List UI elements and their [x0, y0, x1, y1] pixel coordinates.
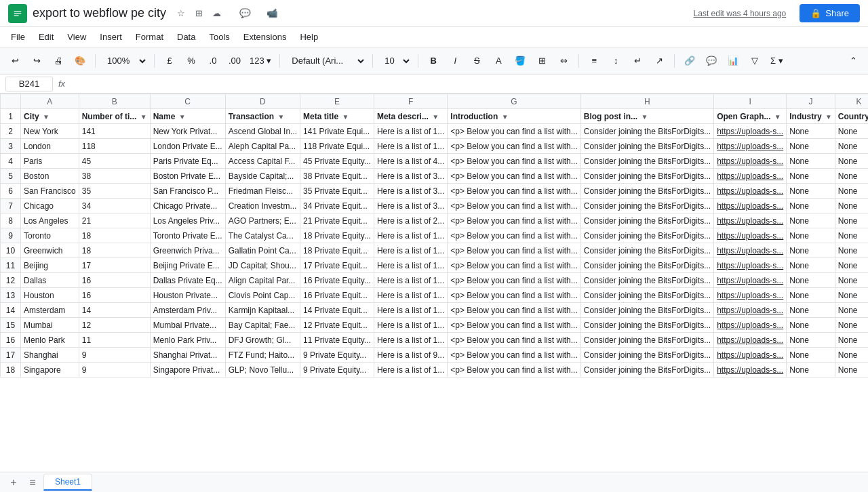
cell-3-7[interactable]: Consider joining the BitsForDigits...	[580, 139, 713, 154]
cell-10-5[interactable]: Here is a list of 1...	[374, 243, 447, 258]
cell-17-8[interactable]: https://uploads-s...	[714, 348, 787, 363]
cell-10-10[interactable]: None	[835, 243, 868, 258]
cell-16-9[interactable]: None	[787, 333, 835, 348]
cell-b1[interactable]: Number of ti... ▼	[79, 109, 150, 124]
cell-5-9[interactable]: None	[787, 169, 835, 184]
cell-16-4[interactable]: 11 Private Equity...	[300, 333, 374, 348]
cell-2-10[interactable]: None	[835, 124, 868, 139]
cell-3-5[interactable]: Here is a list of 1...	[374, 139, 447, 154]
cell-10-7[interactable]: Consider joining the BitsForDigits...	[580, 243, 713, 258]
bold-button[interactable]: B	[424, 52, 443, 70]
cell-16-6[interactable]: <p> Below you can find a list with...	[448, 333, 580, 348]
meet-button[interactable]: 📹	[261, 3, 283, 24]
cell-6-1[interactable]: 35	[79, 184, 150, 199]
cell-11-10[interactable]: None	[835, 258, 868, 273]
cell-5-2[interactable]: Boston Private E...	[150, 169, 225, 184]
col-header-d[interactable]: D	[225, 94, 300, 109]
cell-15-2[interactable]: Mumbai Private...	[150, 318, 225, 333]
cell-13-4[interactable]: 16 Private Equit...	[300, 288, 374, 303]
cell-16-1[interactable]: 11	[79, 333, 150, 348]
cell-15-3[interactable]: Bay Capital; Fae...	[225, 318, 300, 333]
cell-18-10[interactable]: None	[835, 363, 868, 377]
cell-4-7[interactable]: Consider joining the BitsForDigits...	[580, 154, 713, 169]
cell-16-7[interactable]: Consider joining the BitsForDigits...	[580, 333, 713, 348]
cell-18-3[interactable]: GLP; Novo Tellu...	[225, 363, 300, 377]
cell-4-10[interactable]: None	[835, 154, 868, 169]
cell-8-9[interactable]: None	[787, 213, 835, 228]
chat-button[interactable]: 💬	[234, 3, 256, 24]
cell-9-10[interactable]: None	[835, 228, 868, 243]
cell-13-1[interactable]: 16	[79, 288, 150, 303]
cell-4-6[interactable]: <p> Below you can find a list with...	[448, 154, 580, 169]
cell-18-6[interactable]: <p> Below you can find a list with...	[448, 363, 580, 377]
cell-17-3[interactable]: FTZ Fund; Haito...	[225, 348, 300, 363]
cell-h1[interactable]: Blog post in... ▼	[580, 109, 713, 124]
cell-12-4[interactable]: 16 Private Equity...	[300, 273, 374, 288]
menu-edit[interactable]: Edit	[33, 29, 59, 45]
collapse-toolbar-button[interactable]: ⌃	[844, 52, 863, 70]
cell-6-8[interactable]: https://uploads-s...	[714, 184, 787, 199]
cell-j1[interactable]: Industry ▼	[787, 109, 835, 124]
cell-9-8[interactable]: https://uploads-s...	[714, 228, 787, 243]
cell-13-7[interactable]: Consider joining the BitsForDigits...	[580, 288, 713, 303]
cell-7-8[interactable]: https://uploads-s...	[714, 199, 787, 213]
menu-insert[interactable]: Insert	[94, 29, 127, 45]
cell-14-7[interactable]: Consider joining the BitsForDigits...	[580, 303, 713, 318]
menu-view[interactable]: View	[62, 29, 92, 45]
cell-f1[interactable]: Meta descri... ▼	[374, 109, 447, 124]
cell-13-10[interactable]: None	[835, 288, 868, 303]
font-select[interactable]: Default (Ari...	[285, 52, 367, 70]
strikethrough-button[interactable]: S	[467, 52, 486, 70]
cell-9-7[interactable]: Consider joining the BitsForDigits...	[580, 228, 713, 243]
print-button[interactable]: 🖨	[49, 52, 68, 70]
cell-5-3[interactable]: Bayside Capital;...	[225, 169, 300, 184]
cell-3-3[interactable]: Aleph Capital Pa...	[225, 139, 300, 154]
col-header-a[interactable]: A	[21, 94, 79, 109]
cell-5-10[interactable]: None	[835, 169, 868, 184]
cell-11-6[interactable]: <p> Below you can find a list with...	[448, 258, 580, 273]
menu-extensions[interactable]: Extensions	[238, 29, 292, 45]
menu-data[interactable]: Data	[172, 29, 201, 45]
zoom-select[interactable]: 100%	[101, 52, 149, 70]
cell-16-0[interactable]: Menlo Park	[21, 333, 79, 348]
cell-13-6[interactable]: <p> Below you can find a list with...	[448, 288, 580, 303]
cell-18-2[interactable]: Singapore Privat...	[150, 363, 225, 377]
cell-2-1[interactable]: 141	[79, 124, 150, 139]
cell-10-2[interactable]: Greenwich Priva...	[150, 243, 225, 258]
cell-9-5[interactable]: Here is a list of 1...	[374, 228, 447, 243]
menu-tools[interactable]: Tools	[203, 29, 235, 45]
cell-7-10[interactable]: None	[835, 199, 868, 213]
cell-9-6[interactable]: <p> Below you can find a list with...	[448, 228, 580, 243]
cell-12-0[interactable]: Dallas	[21, 273, 79, 288]
cell-5-4[interactable]: 38 Private Equit...	[300, 169, 374, 184]
cell-14-8[interactable]: https://uploads-s...	[714, 303, 787, 318]
valign-button[interactable]: ↕	[606, 52, 625, 70]
cell-14-0[interactable]: Amsterdam	[21, 303, 79, 318]
cell-10-0[interactable]: Greenwich	[21, 243, 79, 258]
cell-2-6[interactable]: <p> Below you can find a list with...	[448, 124, 580, 139]
cell-6-3[interactable]: Friedman Fleisc...	[225, 184, 300, 199]
col-header-b[interactable]: B	[79, 94, 150, 109]
cell-6-5[interactable]: Here is a list of 3...	[374, 184, 447, 199]
col-header-g[interactable]: G	[448, 94, 580, 109]
cell-12-8[interactable]: https://uploads-s...	[714, 273, 787, 288]
cell-16-5[interactable]: Here is a list of 1...	[374, 333, 447, 348]
cell-i1[interactable]: Open Graph... ▼	[714, 109, 787, 124]
cell-k1[interactable]: Country ▼	[835, 109, 868, 124]
cell-d1[interactable]: Transaction ▼	[225, 109, 300, 124]
sheet-scroll[interactable]: A B C D E F G H I J K L M N	[0, 94, 868, 491]
cell-10-4[interactable]: 18 Private Equit...	[300, 243, 374, 258]
cell-10-8[interactable]: https://uploads-s...	[714, 243, 787, 258]
decimal-increase-button[interactable]: .00	[225, 52, 244, 70]
cell-7-9[interactable]: None	[787, 199, 835, 213]
cell-3-6[interactable]: <p> Below you can find a list with...	[448, 139, 580, 154]
cell-8-0[interactable]: Los Angeles	[21, 213, 79, 228]
cell-9-3[interactable]: The Catalyst Ca...	[225, 228, 300, 243]
add-sheet-button[interactable]: +	[5, 474, 22, 491]
sheet-tab-1[interactable]: Sheet1	[43, 474, 92, 491]
cell-5-0[interactable]: Boston	[21, 169, 79, 184]
cell-14-2[interactable]: Amsterdam Priv...	[150, 303, 225, 318]
cell-6-6[interactable]: <p> Below you can find a list with...	[448, 184, 580, 199]
cell-2-7[interactable]: Consider joining the BitsForDigits...	[580, 124, 713, 139]
cell-11-9[interactable]: None	[787, 258, 835, 273]
